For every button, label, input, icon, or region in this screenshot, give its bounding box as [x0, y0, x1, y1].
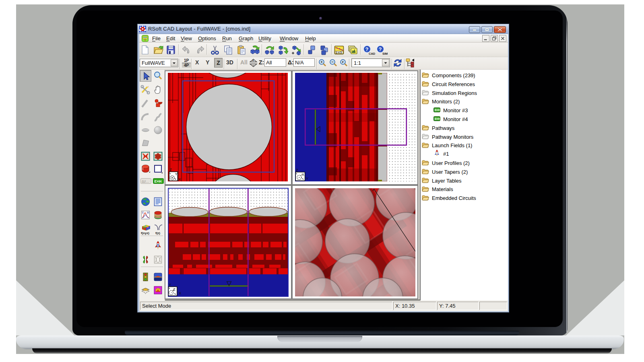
svg-text:Monitor #4: Monitor #4 — [443, 116, 468, 122]
svg-text:Z: Z — [169, 167, 172, 172]
svg-text:X: X — [302, 172, 305, 177]
svg-text:?: ? — [365, 46, 369, 52]
svg-text:+: + — [252, 59, 254, 62]
svg-text:Y: Y — [169, 282, 171, 287]
svg-text:Y: Y — [306, 176, 309, 181]
svg-text:Simulation Regions: Simulation Regions — [432, 90, 477, 96]
svg-text:Pathway Monitors: Pathway Monitors — [432, 134, 474, 140]
svg-text:Z: Z — [173, 287, 175, 292]
svg-text:Materials: Materials — [432, 186, 453, 192]
svg-text:3 4 5: 3 4 5 — [336, 51, 342, 54]
svg-text:Pathways: Pathways — [432, 125, 455, 131]
svg-text:User Tapers (2): User Tapers (2) — [432, 169, 468, 175]
svg-text:Layer Tables: Layer Tables — [432, 178, 462, 184]
svg-text:f(xyz): f(xyz) — [141, 231, 149, 235]
svg-text:CAD: CAD — [369, 52, 376, 56]
svg-text:Y: Y — [175, 172, 178, 176]
svg-text:Monitors (2): Monitors (2) — [432, 99, 460, 105]
svg-text:User Profiles (2): User Profiles (2) — [432, 160, 470, 166]
svg-text:M: M — [147, 211, 149, 214]
svg-text:E×H: E×H — [155, 179, 162, 183]
svg-text:Monitor #3: Monitor #3 — [443, 107, 468, 113]
svg-text:SIM: SIM — [382, 52, 388, 56]
svg-text:Circuit References: Circuit References — [432, 81, 475, 87]
svg-text:X: X — [179, 291, 182, 295]
svg-text:Launch Fields (1): Launch Fields (1) — [432, 142, 472, 148]
svg-text:Z: Z — [296, 168, 298, 172]
svg-text:−: − — [252, 64, 254, 68]
svg-text:X: X — [178, 177, 181, 181]
svg-text:E: E — [142, 211, 144, 214]
svg-text:#1: #1 — [443, 151, 449, 157]
svg-text:F: F — [342, 61, 344, 64]
svg-text:Embedded Circuits: Embedded Circuits — [432, 195, 476, 201]
svg-text:f(z): f(z) — [155, 231, 160, 235]
svg-text:Components (239): Components (239) — [432, 72, 475, 78]
svg-text:?: ? — [379, 46, 382, 52]
svg-text:Δz...: Δz... — [142, 179, 149, 183]
